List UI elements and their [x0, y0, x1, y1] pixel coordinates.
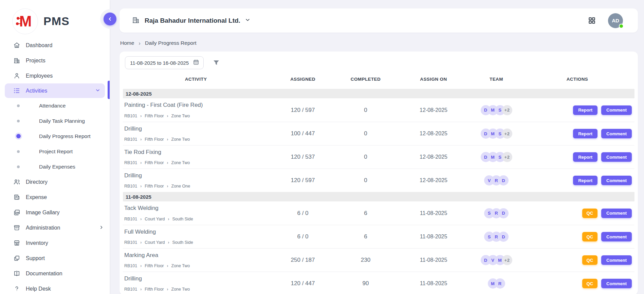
chevron-right-icon: ›	[140, 137, 142, 142]
sidebar-item-projects[interactable]: Projects	[0, 53, 110, 68]
report-button[interactable]: Report	[573, 129, 597, 138]
sidebar-item-label: Daily Progress Report	[39, 133, 91, 139]
team-avatars[interactable]: M R	[473, 278, 520, 289]
comment-button[interactable]: Comment	[601, 232, 632, 241]
sidebar-item-help-desk[interactable]: Help Desk	[0, 281, 110, 294]
comment-button[interactable]: Comment	[601, 152, 632, 162]
activity-title: Drilling	[124, 275, 269, 282]
breadcrumb-home[interactable]: Home	[120, 40, 134, 46]
comment-button[interactable]: Comment	[601, 279, 632, 288]
user-avatar[interactable]: AD	[608, 13, 623, 28]
column-header-completed: COMPLETED	[337, 77, 394, 82]
receipt-icon	[13, 194, 20, 201]
breadcrumb: Home › Daily Progress Report	[120, 40, 638, 46]
comment-button[interactable]: Comment	[601, 105, 632, 115]
sidebar-item-support[interactable]: Support	[0, 251, 110, 266]
team-avatars[interactable]: D M S +2	[473, 129, 520, 139]
sidebar-item-daily-progress-report[interactable]: Daily Progress Report	[0, 129, 110, 144]
team-avatars[interactable]: D M S +2	[473, 105, 520, 115]
actions-cell: QC Comment	[520, 255, 634, 265]
chevron-right-icon: ›	[140, 240, 142, 245]
filter-row: 11-08-2025 to 16-08-2025	[123, 56, 634, 69]
sidebar-item-inventory[interactable]: Inventory	[0, 235, 110, 251]
assign-on-value: 11-08-2025	[394, 280, 473, 287]
filter-icon[interactable]	[213, 59, 220, 66]
calendar-icon	[193, 59, 199, 66]
logo-row: M PMS	[0, 0, 110, 36]
qc-button[interactable]: QC	[582, 279, 598, 288]
assign-on-value: 11-08-2025	[394, 257, 473, 263]
comment-button[interactable]: Comment	[601, 209, 632, 218]
path-segment: Zone One	[171, 184, 190, 189]
table-row: Tie Rod Fixing RB101 › Fifth Floor › Zon…	[123, 145, 634, 169]
chevron-down-icon	[95, 88, 100, 94]
team-avatars[interactable]: D V M +2	[473, 255, 520, 265]
sidebar-item-image-gallary[interactable]: Image Gallary	[0, 205, 110, 220]
sidebar-item-dashboard[interactable]: Dashboard	[0, 38, 110, 53]
date-group-header: 12-08-2025	[123, 89, 634, 98]
qc-button[interactable]: QC	[582, 255, 598, 265]
sidebar-item-daily-task-planning[interactable]: Daily Task Planning	[0, 113, 110, 129]
sidebar-collapse-button[interactable]	[104, 13, 116, 25]
sidebar-item-label: Help Desk	[26, 286, 51, 292]
team-avatars[interactable]: S R D	[473, 232, 520, 242]
people-icon	[13, 178, 20, 186]
activity-cell: Drilling RB101 › Fifth Floor › Zone Two	[123, 122, 269, 145]
apps-grid-button[interactable]	[588, 17, 596, 24]
sidebar-item-label: Directory	[26, 179, 48, 185]
path-segment: RB101	[124, 137, 137, 142]
sidebar-item-daily-expenses[interactable]: Daily Expenses	[0, 159, 110, 174]
actions-cell: Report Comment	[520, 176, 634, 185]
path-segment: RB101	[124, 217, 137, 221]
bullet-icon	[17, 120, 20, 122]
assigned-value: 100 / 447	[269, 130, 337, 137]
sidebar-item-directory[interactable]: Directory	[0, 174, 110, 190]
main-area: Raja Bahadur International Ltd. AD Home …	[110, 0, 644, 294]
date-range-input[interactable]: 11-08-2025 to 16-08-2025	[125, 56, 204, 69]
activity-cell: Drilling RB101 › Fifth Floor › Zone Two	[123, 272, 269, 294]
sidebar-collapse-wrap	[100, 9, 120, 29]
sidebar-item-documentation[interactable]: Documentation	[0, 266, 110, 281]
sidebar-item-label: Activities	[26, 88, 47, 94]
chevron-down-icon	[245, 17, 250, 24]
team-avatar: R	[495, 278, 505, 289]
copy-icon	[13, 255, 20, 262]
sidebar-item-employees[interactable]: Employees	[0, 68, 110, 83]
path-segment: Fifth Floor	[145, 263, 164, 268]
team-avatar-overflow: +2	[502, 105, 512, 115]
sidebar-item-attendance[interactable]: Attendance	[0, 98, 110, 113]
sidebar-item-label: Employees	[26, 73, 53, 79]
team-avatars[interactable]: S R D	[473, 208, 520, 218]
image-icon	[13, 209, 20, 216]
qc-button[interactable]: QC	[582, 209, 598, 218]
team-avatars[interactable]: D M S +2	[473, 152, 520, 162]
logo-connector	[19, 18, 22, 19]
sidebar-item-expense[interactable]: Expense	[0, 190, 110, 205]
team-avatars[interactable]: V R D	[473, 175, 520, 185]
comment-button[interactable]: Comment	[601, 176, 632, 185]
path-segment: Fifth Floor	[145, 137, 164, 142]
qc-button[interactable]: QC	[582, 232, 598, 241]
team-avatar-overflow: +2	[502, 152, 512, 162]
sidebar-item-project-report[interactable]: Project Report	[0, 144, 110, 159]
chevron-right-icon: ›	[140, 160, 142, 165]
team-avatar: D	[498, 232, 509, 242]
path-segment: Court Yard	[145, 217, 165, 221]
report-button[interactable]: Report	[573, 152, 597, 162]
report-button[interactable]: Report	[573, 176, 597, 185]
table-row: Drilling RB101 › Fifth Floor › Zone Two …	[123, 122, 634, 145]
path-segment: Zone Two	[171, 137, 190, 142]
sidebar-item-activities[interactable]: Activities	[5, 83, 105, 98]
comment-button[interactable]: Comment	[601, 129, 632, 138]
person-icon	[13, 72, 20, 80]
assign-on-value: 11-08-2025	[394, 210, 473, 216]
company-selector[interactable]: Raja Bahadur International Ltd.	[132, 16, 250, 25]
activity-path: RB101 › Court Yard › South Side	[124, 217, 269, 221]
sidebar-item-administration[interactable]: Administration	[0, 220, 110, 235]
column-header-activity: ACTIVITY	[123, 77, 269, 82]
comment-button[interactable]: Comment	[601, 255, 632, 265]
report-button[interactable]: Report	[573, 105, 597, 115]
assign-on-value: 12-08-2025	[394, 177, 473, 183]
activity-path: RB101 › Fifth Floor › Zone Two	[124, 137, 269, 142]
path-segment: Zone Two	[171, 160, 190, 165]
